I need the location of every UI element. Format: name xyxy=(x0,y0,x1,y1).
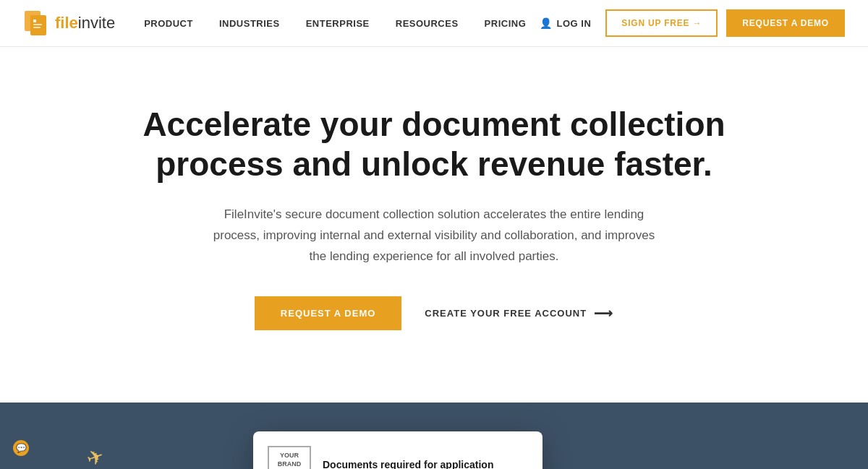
hero-subtitle: FileInvite's secure document collection … xyxy=(210,205,658,267)
logo-file: file xyxy=(55,14,78,32)
navbar: fileinvite PRODUCT INDUSTRIES ENTERPRISE… xyxy=(0,0,868,47)
arrow-icon: ⟶ xyxy=(594,306,613,322)
svg-rect-4 xyxy=(33,27,41,28)
brand-placeholder: YOUR BRAND HERE xyxy=(268,446,311,469)
request-demo-hero-button[interactable]: REQUEST A DEMO xyxy=(255,296,402,330)
nav-enterprise[interactable]: ENTERPRISE xyxy=(306,18,370,29)
brand-line2: BRAND xyxy=(276,460,302,469)
hero-title: Accelerate your document collection proc… xyxy=(123,105,745,184)
login-label: LOG IN xyxy=(557,18,592,29)
login-link[interactable]: 👤 LOG IN xyxy=(540,17,591,29)
create-account-button[interactable]: CREATE YOUR FREE ACCOUNT ⟶ xyxy=(425,306,613,322)
hero-section: Accelerate your document collection proc… xyxy=(109,47,760,403)
nav-links: PRODUCT INDUSTRIES ENTERPRISE RESOURCES … xyxy=(144,18,540,29)
chat-bubble-button[interactable]: 💬 xyxy=(13,440,29,456)
card-title: Documents required for application xyxy=(323,459,493,469)
nav-resources[interactable]: RESOURCES xyxy=(396,18,459,29)
logo-invite: invite xyxy=(78,14,115,32)
hero-buttons: REQUEST A DEMO CREATE YOUR FREE ACCOUNT … xyxy=(123,296,745,330)
create-account-label: CREATE YOUR FREE ACCOUNT xyxy=(425,308,587,319)
preview-section: ✈ YOUR BRAND HERE Documents required for… xyxy=(0,403,868,469)
request-demo-nav-button[interactable]: REQUEST A DEMO xyxy=(726,9,845,37)
chat-icon: 💬 xyxy=(16,443,27,453)
logo[interactable]: fileinvite xyxy=(23,9,115,37)
nav-right: 👤 LOG IN SIGN UP FREE → REQUEST A DEMO xyxy=(540,9,845,37)
logo-icon xyxy=(23,9,51,37)
nav-pricing[interactable]: PRICING xyxy=(485,18,527,29)
paper-plane-icon: ✈ xyxy=(83,444,107,469)
preview-card: YOUR BRAND HERE Documents required for a… xyxy=(253,431,542,469)
brand-line1: YOUR xyxy=(276,452,302,460)
svg-rect-3 xyxy=(33,24,42,25)
nav-industries[interactable]: INDUSTRIES xyxy=(219,18,280,29)
signup-button[interactable]: SIGN UP FREE → xyxy=(605,9,718,37)
svg-rect-2 xyxy=(33,20,36,22)
nav-product[interactable]: PRODUCT xyxy=(144,18,193,29)
card-header: YOUR BRAND HERE Documents required for a… xyxy=(268,446,528,469)
person-icon: 👤 xyxy=(540,17,553,29)
